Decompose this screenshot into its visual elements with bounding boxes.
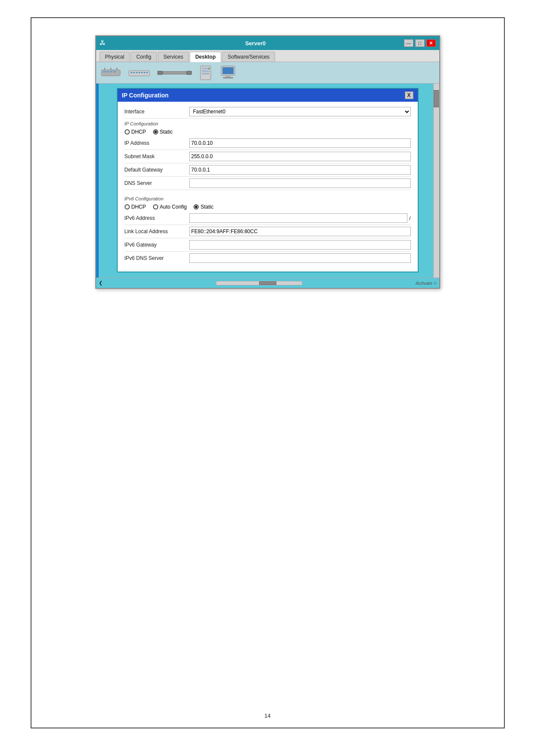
ipv6-prefix-slash: / (409, 215, 411, 222)
device-toolbar (96, 62, 439, 84)
ipv6-dns-label: IPv6 DNS Server (125, 255, 189, 261)
ipv6-address-input[interactable] (189, 213, 407, 223)
svg-rect-1 (103, 71, 106, 72)
ipv6-section-label: IPv6 Configuration (125, 194, 411, 202)
interface-row: Interface FastEthernet0 (125, 105, 411, 119)
ipv6-address-row: IPv6 Address / (125, 212, 411, 225)
tab-desktop[interactable]: Desktop (190, 52, 221, 62)
svg-rect-0 (101, 70, 120, 76)
subnet-mask-input[interactable] (189, 152, 411, 161)
svg-rect-18 (187, 71, 192, 75)
svg-rect-13 (141, 72, 143, 73)
ipv6-dhcp-radio[interactable]: DHCP (125, 204, 146, 210)
ip-config-body: Interface FastEthernet0 IP Configuration (118, 102, 418, 272)
ipv6-auto-radio[interactable]: Auto Config (153, 204, 187, 210)
link-local-input[interactable] (189, 227, 411, 236)
window-title: Server0 (107, 40, 404, 47)
default-gateway-label: Default Gateway (125, 167, 189, 173)
svg-rect-25 (222, 67, 234, 74)
maximize-button[interactable]: □ (415, 39, 425, 47)
svg-rect-3 (110, 71, 113, 72)
ipv6-gateway-label: IPv6 Gateway (125, 242, 189, 248)
device-icon-router (100, 66, 121, 79)
default-gateway-input[interactable] (189, 165, 411, 175)
tab-software[interactable]: Software/Services (222, 52, 275, 62)
dhcp-radio-circle[interactable] (125, 129, 130, 134)
ipv6-radio-row: DHCP Auto Config Static (125, 202, 411, 212)
scroll-left-button[interactable]: ❮ (99, 280, 103, 286)
svg-rect-26 (225, 75, 231, 77)
svg-rect-12 (138, 72, 140, 73)
title-bar-controls: — □ ✕ (404, 39, 436, 47)
ip-radio-row: DHCP Static (125, 127, 411, 137)
svg-rect-21 (202, 70, 210, 72)
default-gateway-row: Default Gateway (125, 163, 411, 177)
ip-address-row: IP Address (125, 137, 411, 150)
tab-services[interactable]: Services (158, 52, 189, 62)
dhcp-radio[interactable]: DHCP (125, 129, 146, 135)
ipv6-auto-label: Auto Config (160, 204, 187, 210)
ipv6-address-label: IPv6 Address (125, 215, 189, 221)
minimize-button[interactable]: — (404, 39, 413, 47)
ipv6-gateway-input[interactable] (189, 240, 411, 250)
content-area: IP Configuration X Interface FastEtherne… (96, 84, 439, 278)
ip-config-title: IP Configuration (122, 92, 169, 99)
ip-address-input[interactable] (189, 138, 411, 148)
page-border: 🖧 Server0 — □ ✕ Physical Config Services… (31, 17, 505, 728)
bottom-bar: ❮ Activate > (96, 278, 439, 288)
svg-rect-22 (202, 73, 210, 75)
ipv6-dhcp-radio-circle[interactable] (125, 204, 130, 209)
ipv6-dns-input[interactable] (189, 253, 411, 263)
static-label: Static (160, 129, 173, 135)
svg-rect-15 (146, 72, 148, 73)
svg-point-23 (208, 68, 210, 69)
left-accent-bar (96, 84, 99, 278)
interface-label: Interface (125, 109, 189, 115)
close-button[interactable]: ✕ (426, 39, 436, 47)
vertical-scrollbar[interactable] (433, 84, 439, 278)
ipv6-dns-row: IPv6 DNS Server (125, 252, 411, 265)
horizontal-scrollbar[interactable] (216, 281, 302, 285)
svg-rect-11 (136, 72, 138, 73)
title-bar: 🖧 Server0 — □ ✕ (96, 36, 439, 50)
tabs-bar: Physical Config Services Desktop Softwar… (96, 50, 439, 62)
dhcp-label: DHCP (131, 129, 146, 135)
tab-physical[interactable]: Physical (100, 52, 130, 62)
interface-select[interactable]: FastEthernet0 (189, 107, 411, 116)
svg-rect-10 (133, 72, 135, 73)
horizontal-scrollbar-thumb[interactable] (259, 281, 276, 285)
ipv6-auto-radio-circle[interactable] (153, 204, 158, 209)
dns-server-input[interactable] (189, 178, 411, 188)
svg-rect-14 (144, 72, 145, 73)
svg-rect-9 (131, 72, 132, 73)
ip-address-label: IP Address (125, 140, 189, 146)
window-icon: 🖧 (100, 39, 107, 47)
ipv6-static-radio[interactable]: Static (194, 204, 213, 210)
page-number: 14 (264, 712, 270, 719)
svg-rect-2 (106, 71, 109, 72)
link-local-row: Link Local Address (125, 225, 411, 238)
subnet-mask-label: Subnet Mask (125, 153, 189, 159)
horizontal-scrollbar-area (103, 281, 416, 285)
ip-config-title-bar: IP Configuration X (118, 89, 418, 102)
subnet-mask-row: Subnet Mask (125, 150, 411, 163)
ipv6-dhcp-label: DHCP (131, 204, 146, 210)
ip-config-dialog: IP Configuration X Interface FastEtherne… (117, 88, 419, 272)
activate-text: Activate > (416, 281, 437, 286)
dns-server-row: DNS Server (125, 177, 411, 190)
static-radio[interactable]: Static (153, 129, 173, 135)
svg-rect-27 (223, 77, 233, 78)
ipv6-static-label: Static (200, 204, 213, 210)
device-icon-cable (157, 69, 192, 76)
ipv6-static-radio-circle[interactable] (194, 204, 199, 209)
static-radio-circle[interactable] (153, 129, 158, 134)
title-bar-left: 🖧 (100, 39, 107, 47)
svg-rect-17 (157, 71, 163, 75)
device-icon-pc (219, 65, 237, 81)
scrollbar-thumb[interactable] (434, 90, 439, 107)
link-local-label: Link Local Address (125, 228, 189, 234)
svg-rect-4 (113, 71, 116, 72)
main-window: 🖧 Server0 — □ ✕ Physical Config Services… (95, 35, 440, 289)
ip-config-close-button[interactable]: X (405, 91, 413, 99)
tab-config[interactable]: Config (131, 52, 157, 62)
